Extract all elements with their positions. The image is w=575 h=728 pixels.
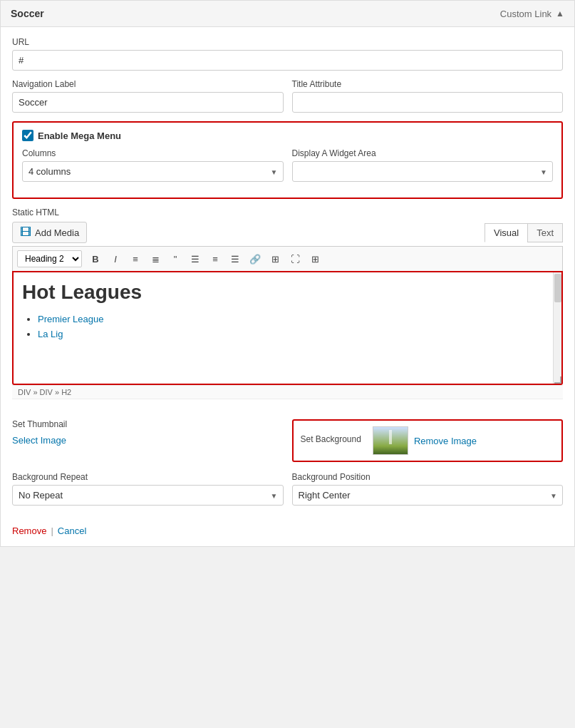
select-image-link[interactable]: Select Image — [12, 435, 284, 446]
heading-select[interactable]: Paragraph Heading 1 Heading 2 Heading 3 … — [17, 250, 82, 267]
thumb-bg-row: Set Thumbnail Select Image Set Backgroun… — [12, 419, 563, 462]
widget-area-select[interactable] — [292, 161, 554, 182]
panel-header-right: Custom Link ▲ — [500, 9, 564, 19]
nav-label-label: Navigation Label — [12, 79, 284, 89]
enable-mega-menu-row: Enable Mega Menu — [22, 130, 553, 141]
static-html-label: Static HTML — [12, 207, 563, 217]
unordered-list-button[interactable]: ≡ — [126, 250, 145, 268]
italic-button[interactable]: I — [106, 250, 125, 268]
blockquote-button[interactable]: " — [166, 250, 185, 268]
bg-position-select-wrap: Left Top Left Center Left Bottom Center … — [292, 485, 564, 506]
tab-visual[interactable]: Visual — [485, 223, 527, 242]
ordered-list-button[interactable]: ≣ — [146, 250, 165, 268]
columns-field-group: Columns 1 column 2 columns 3 columns 4 c… — [22, 148, 284, 182]
mega-menu-cols: Columns 1 column 2 columns 3 columns 4 c… — [22, 148, 553, 190]
list-item: Premier League — [38, 314, 553, 324]
panel-header: Soccer Custom Link ▲ — [1, 1, 574, 27]
bg-position-field-group: Background Position Left Top Left Center… — [292, 472, 564, 506]
scrollbar-thumb — [554, 274, 561, 302]
title-attr-input[interactable] — [292, 92, 564, 113]
menu-item-panel: Soccer Custom Link ▲ URL Navigation Labe… — [0, 0, 575, 547]
bold-button[interactable]: B — [86, 250, 105, 268]
bottom-section: Set Thumbnail Select Image Set Backgroun… — [1, 409, 574, 546]
add-media-label: Add Media — [35, 227, 79, 238]
set-background-label: Set Background — [301, 434, 361, 444]
columns-select-wrap: 1 column 2 columns 3 columns 4 columns 5… — [22, 161, 284, 182]
title-attr-label: Title Attribute — [292, 79, 564, 89]
align-center-button[interactable]: ≡ — [206, 250, 224, 268]
url-field-group: URL — [12, 37, 563, 71]
table-button[interactable]: ⊞ — [266, 250, 284, 268]
bg-repeat-select-wrap: No Repeat Repeat Repeat X Repeat Y — [12, 485, 284, 506]
footer-links: Remove | Cancel — [12, 526, 563, 536]
editor-list: Premier League La Lig — [38, 314, 553, 339]
widget-area-field-group: Display A Widget Area — [292, 148, 554, 182]
nav-label-field-group: Navigation Label — [12, 79, 284, 113]
widget-area-select-wrap — [292, 161, 554, 182]
footer-separator: | — [51, 526, 53, 536]
panel-title: Soccer — [11, 8, 44, 19]
bg-position-select[interactable]: Left Top Left Center Left Bottom Center … — [292, 485, 564, 506]
add-media-button[interactable]: 🎞 Add Media — [12, 222, 87, 243]
nav-title-row: Navigation Label Title Attribute — [12, 79, 563, 121]
widget-area-label: Display A Widget Area — [292, 148, 554, 158]
la-lig-link[interactable]: La Lig — [38, 329, 63, 339]
chevron-up-icon: ▲ — [556, 9, 564, 19]
editor-content-area[interactable]: Hot Leagues Premier League La Lig — [12, 271, 563, 385]
visual-text-tabs: Visual Text — [485, 223, 563, 242]
link-button[interactable]: 🔗 — [246, 250, 264, 268]
remove-link[interactable]: Remove — [12, 526, 46, 536]
nav-label-input[interactable] — [12, 92, 284, 113]
enable-mega-menu-checkbox[interactable] — [22, 130, 33, 141]
editor-scrollbar[interactable] — [553, 272, 561, 384]
more-buttons[interactable]: ⊞ — [306, 250, 324, 268]
title-attr-field-group: Title Attribute — [292, 79, 564, 113]
fullscreen-button[interactable]: ⛶ — [286, 250, 304, 268]
resize-handle[interactable] — [554, 376, 561, 384]
background-thumbnail — [373, 426, 408, 455]
toolbar-top: 🎞 Add Media Visual Text — [12, 222, 563, 243]
editor-heading[interactable]: Hot Leagues — [22, 281, 553, 304]
mega-menu-box: Enable Mega Menu Columns 1 column 2 colu… — [12, 121, 563, 199]
add-media-icon: 🎞 — [20, 226, 31, 239]
bg-repeat-select[interactable]: No Repeat Repeat Repeat X Repeat Y — [12, 485, 284, 506]
columns-label: Columns — [22, 148, 284, 158]
bg-position-label: Background Position — [292, 472, 564, 482]
cancel-link[interactable]: Cancel — [58, 526, 86, 536]
columns-select[interactable]: 1 column 2 columns 3 columns 4 columns 5… — [22, 161, 284, 182]
enable-mega-menu-label: Enable Mega Menu — [38, 130, 121, 141]
thumbnail-col: Set Thumbnail Select Image — [12, 419, 284, 462]
url-input[interactable] — [12, 50, 563, 71]
custom-link-label: Custom Link — [500, 9, 551, 19]
align-right-button[interactable]: ☰ — [226, 250, 244, 268]
tab-text[interactable]: Text — [527, 223, 563, 242]
editor-toolbar: Paragraph Heading 1 Heading 2 Heading 3 … — [12, 246, 563, 271]
premier-league-link[interactable]: Premier League — [38, 314, 104, 324]
background-image-box: Set Background Remove Image — [292, 419, 564, 462]
thumbnail-label: Set Thumbnail — [12, 419, 284, 429]
align-left-button[interactable]: ☰ — [186, 250, 204, 268]
url-label: URL — [12, 37, 563, 47]
background-col: Set Background Remove Image — [292, 419, 564, 462]
list-item: La Lig — [38, 329, 553, 339]
breadcrumb: DIV » DIV » H2 — [12, 385, 563, 399]
panel-body: URL Navigation Label Title Attribute Ena… — [1, 27, 574, 409]
remove-image-link[interactable]: Remove Image — [414, 436, 477, 446]
bg-repeat-field-group: Background Repeat No Repeat Repeat Repea… — [12, 472, 284, 506]
repeat-position-row: Background Repeat No Repeat Repeat Repea… — [12, 472, 563, 514]
bg-repeat-label: Background Repeat — [12, 472, 284, 482]
